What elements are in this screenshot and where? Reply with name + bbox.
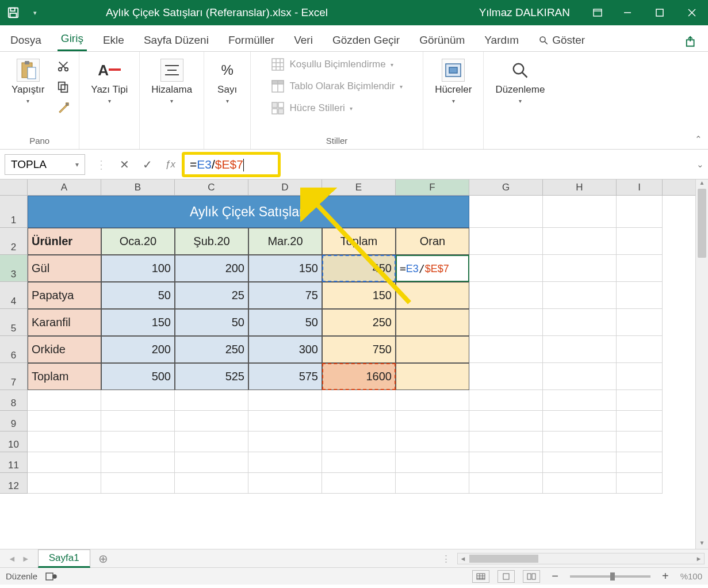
- worksheet-grid[interactable]: A B C D E F G H I 1 Aylık Çiçek Satışlar…: [0, 180, 708, 549]
- col-header-i[interactable]: I: [617, 180, 663, 195]
- cell[interactable]: [543, 282, 617, 309]
- cell[interactable]: [396, 390, 469, 411]
- product-name[interactable]: Papatya: [28, 282, 101, 309]
- table-title[interactable]: Aylık Çiçek Satışları: [28, 196, 469, 228]
- cell[interactable]: [617, 228, 663, 255]
- cell[interactable]: [175, 411, 248, 432]
- row-header[interactable]: 11: [0, 452, 28, 473]
- cell[interactable]: [248, 452, 322, 473]
- cell[interactable]: [469, 255, 543, 282]
- cell[interactable]: [469, 363, 543, 390]
- header-products[interactable]: Ürünler: [28, 228, 101, 255]
- cell[interactable]: [28, 411, 101, 432]
- row-header[interactable]: 10: [0, 432, 28, 452]
- number-button[interactable]: % Sayı ▾: [210, 55, 244, 108]
- maximize-button[interactable]: [644, 0, 676, 25]
- footer-label[interactable]: Toplam: [28, 363, 101, 390]
- copy-icon[interactable]: [56, 79, 71, 94]
- sheet-tab[interactable]: Sayfa1: [38, 549, 90, 568]
- cell[interactable]: [543, 336, 617, 363]
- cell-value[interactable]: 150: [101, 309, 175, 336]
- row-header[interactable]: 1: [0, 196, 28, 228]
- cell[interactable]: [28, 432, 101, 452]
- footer-total-ref-e7[interactable]: 1600: [322, 363, 396, 390]
- close-button[interactable]: [676, 0, 708, 25]
- col-header-b[interactable]: B: [101, 180, 175, 195]
- select-all-corner[interactable]: [0, 180, 28, 195]
- cell[interactable]: [469, 432, 543, 452]
- minimize-button[interactable]: [611, 0, 644, 25]
- format-painter-icon[interactable]: [56, 100, 71, 115]
- cell[interactable]: [322, 390, 396, 411]
- tab-home[interactable]: Giriş: [58, 28, 87, 51]
- tab-page-layout[interactable]: Sayfa Düzeni: [140, 29, 212, 51]
- tab-help[interactable]: Yardım: [481, 29, 522, 51]
- scroll-right-icon[interactable]: ►: [694, 553, 704, 564]
- tab-formulas[interactable]: Formüller: [225, 29, 278, 51]
- chevron-down-icon[interactable]: ▾: [75, 161, 79, 169]
- cell-value[interactable]: 50: [248, 309, 322, 336]
- cell[interactable]: [543, 411, 617, 432]
- cell-value[interactable]: 75: [248, 282, 322, 309]
- cell[interactable]: [469, 473, 543, 494]
- cell[interactable]: [396, 336, 469, 363]
- cell[interactable]: [543, 196, 617, 228]
- editing-cell-f3[interactable]: =E3/$E$7: [396, 255, 469, 282]
- header-ratio[interactable]: Oran: [396, 228, 469, 255]
- cell[interactable]: [543, 473, 617, 494]
- row-header[interactable]: 6: [0, 336, 28, 363]
- tab-insert[interactable]: Ekle: [99, 29, 128, 51]
- tab-review[interactable]: Gözden Geçir: [329, 29, 403, 51]
- product-name[interactable]: Karanfil: [28, 309, 101, 336]
- cut-icon[interactable]: [56, 59, 71, 74]
- cell[interactable]: [396, 363, 469, 390]
- cell[interactable]: [396, 432, 469, 452]
- share-button[interactable]: [682, 32, 701, 51]
- zoom-level[interactable]: %100: [680, 571, 702, 581]
- cell[interactable]: [396, 282, 469, 309]
- cancel-formula-button[interactable]: ✕: [113, 154, 136, 175]
- qat-dropdown-icon[interactable]: ▾: [29, 6, 41, 19]
- cell[interactable]: [396, 473, 469, 494]
- cell[interactable]: [101, 411, 175, 432]
- row-header[interactable]: 12: [0, 473, 28, 494]
- header-month[interactable]: Şub.20: [175, 228, 248, 255]
- cell[interactable]: [322, 473, 396, 494]
- cell[interactable]: [543, 390, 617, 411]
- alignment-button[interactable]: Hizalama ▾: [146, 55, 198, 108]
- cell[interactable]: [396, 309, 469, 336]
- cell[interactable]: [396, 411, 469, 432]
- cell[interactable]: [543, 255, 617, 282]
- cell[interactable]: [543, 309, 617, 336]
- cell-value[interactable]: 200: [175, 255, 248, 282]
- cell[interactable]: [322, 452, 396, 473]
- editing-button[interactable]: Düzenleme ▾: [489, 55, 550, 108]
- cell[interactable]: [617, 363, 663, 390]
- save-icon[interactable]: [7, 6, 20, 19]
- footer-value[interactable]: 500: [101, 363, 175, 390]
- cell-value[interactable]: 300: [248, 336, 322, 363]
- cells-button[interactable]: Hücreler ▾: [429, 55, 477, 108]
- cell[interactable]: [469, 309, 543, 336]
- tab-file[interactable]: Dosya: [7, 29, 45, 51]
- cell-value[interactable]: 25: [175, 282, 248, 309]
- cell[interactable]: [101, 432, 175, 452]
- cell[interactable]: [617, 473, 663, 494]
- user-name[interactable]: Yılmaz DALKIRAN: [465, 6, 584, 19]
- col-header-e[interactable]: E: [322, 180, 396, 195]
- cell-total[interactable]: 250: [322, 309, 396, 336]
- cell[interactable]: [469, 452, 543, 473]
- sheet-nav-next-icon[interactable]: ►: [22, 554, 30, 563]
- vertical-scrollbar[interactable]: ▲ ▼: [695, 180, 708, 549]
- ribbon-display-options-icon[interactable]: [584, 0, 611, 25]
- row-header[interactable]: 3: [0, 255, 28, 282]
- collapse-ribbon-icon[interactable]: ⌃: [695, 134, 702, 144]
- tab-data[interactable]: Veri: [290, 29, 316, 51]
- footer-value[interactable]: 575: [248, 363, 322, 390]
- cell[interactable]: [617, 255, 663, 282]
- zoom-handle[interactable]: [610, 572, 615, 581]
- zoom-slider[interactable]: [570, 575, 650, 578]
- cell[interactable]: [175, 432, 248, 452]
- cell[interactable]: [101, 473, 175, 494]
- col-header-d[interactable]: D: [248, 180, 322, 195]
